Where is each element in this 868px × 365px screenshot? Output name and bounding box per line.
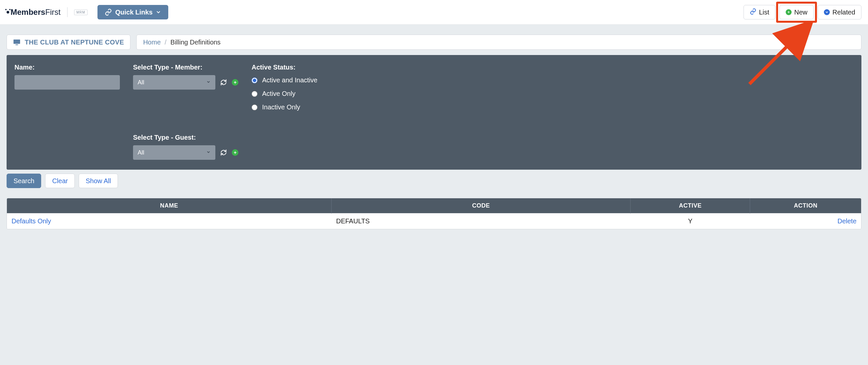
chevron-circle-icon [824, 9, 830, 15]
show-all-button[interactable]: Show All [79, 174, 118, 188]
refresh-member-type-button[interactable] [220, 79, 227, 86]
topbar-actions: List + New Related [744, 5, 861, 20]
radio-inactive-only-label: Inactive Only [262, 103, 300, 111]
filter-name-label: Name: [14, 64, 120, 71]
logo[interactable]: MembersFirst MRM [7, 7, 88, 17]
monitor-icon [13, 38, 21, 46]
radio-active-inactive-label: Active and Inactive [262, 77, 317, 84]
logo-tag: MRM [74, 9, 88, 15]
svg-rect-2 [16, 44, 18, 45]
guest-type-select[interactable]: All [133, 145, 215, 160]
radio-active-only-label: Active Only [262, 90, 296, 97]
radio-inactive-only-input[interactable] [252, 104, 257, 110]
clear-button[interactable]: Clear [45, 174, 75, 188]
refresh-guest-type-button[interactable] [220, 149, 227, 156]
quick-links-label: Quick Links [115, 8, 152, 16]
row-name-link[interactable]: Defaults Only [7, 213, 332, 229]
radio-active-inactive-input[interactable] [252, 78, 257, 83]
table-row: Defaults Only DEFAULTS Y Delete [7, 213, 861, 229]
breadcrumb-current: Billing Definitions [170, 38, 221, 46]
radio-active-inactive[interactable]: Active and Inactive [252, 77, 854, 84]
link-chain-icon [750, 8, 756, 17]
quick-links-button[interactable]: Quick Links [97, 5, 168, 20]
add-guest-type-button[interactable]: + [232, 149, 239, 156]
active-status-label: Active Status: [252, 64, 854, 71]
related-label: Related [832, 8, 855, 16]
list-button[interactable]: List [744, 5, 775, 20]
table-header-row: NAME CODE ACTIVE ACTION [7, 198, 861, 213]
results-table: NAME CODE ACTIVE ACTION Defaults Only DE… [7, 198, 861, 229]
row-delete-link[interactable]: Delete [750, 213, 861, 229]
logo-text: MembersFirst [7, 7, 61, 17]
row-code: DEFAULTS [332, 213, 630, 229]
plus-circle-icon: + [786, 9, 792, 15]
chevron-down-icon [206, 149, 211, 156]
guest-type-label: Select Type - Guest: [133, 134, 239, 141]
radio-inactive-only[interactable]: Inactive Only [252, 103, 854, 111]
filter-types-col: Select Type - Member: All + Select Type … [133, 64, 239, 160]
new-button-wrap: + New [779, 5, 814, 20]
filter-active-status: Active Status: Active and Inactive Activ… [252, 64, 854, 111]
breadcrumb-separator: / [165, 38, 166, 46]
guest-type-value: All [137, 149, 144, 156]
breadcrumb-row: THE CLUB AT NEPTUNE COVE Home / Billing … [7, 35, 861, 50]
list-label: List [759, 8, 769, 16]
member-type-label: Select Type - Member: [133, 64, 239, 71]
logo-brand-a: Members [10, 7, 45, 17]
chevron-down-icon [156, 9, 161, 15]
breadcrumb-home[interactable]: Home [143, 38, 161, 46]
topbar: MembersFirst MRM Quick Links List [0, 0, 868, 25]
member-type-value: All [137, 79, 144, 86]
club-name: THE CLUB AT NEPTUNE COVE [25, 38, 124, 46]
radio-active-only[interactable]: Active Only [252, 90, 854, 97]
page-body: THE CLUB AT NEPTUNE COVE Home / Billing … [0, 25, 868, 242]
filter-panel: Name: Select Type - Member: All [7, 55, 861, 170]
link-icon [105, 8, 112, 16]
filter-name: Name: [14, 64, 120, 90]
club-chip[interactable]: THE CLUB AT NEPTUNE COVE [7, 35, 130, 50]
action-row: Search Clear Show All [7, 174, 861, 188]
col-action: ACTION [750, 198, 861, 213]
chevron-down-icon [206, 79, 211, 86]
logo-brand-b: First [45, 7, 61, 17]
new-label: New [794, 8, 807, 16]
divider [67, 7, 67, 17]
col-active: ACTIVE [630, 198, 750, 213]
row-active: Y [630, 213, 750, 229]
col-code: CODE [332, 198, 630, 213]
new-button[interactable]: + New [779, 5, 814, 20]
search-button[interactable]: Search [7, 174, 41, 188]
col-name: NAME [7, 198, 332, 213]
svg-rect-1 [13, 39, 20, 44]
member-type-select[interactable]: All [133, 75, 215, 90]
related-button[interactable]: Related [817, 5, 861, 20]
add-member-type-button[interactable]: + [232, 79, 239, 86]
breadcrumb: Home / Billing Definitions [136, 35, 861, 50]
filter-name-input[interactable] [14, 75, 120, 90]
radio-active-only-input[interactable] [252, 91, 257, 97]
logo-mark-icon [7, 11, 9, 13]
